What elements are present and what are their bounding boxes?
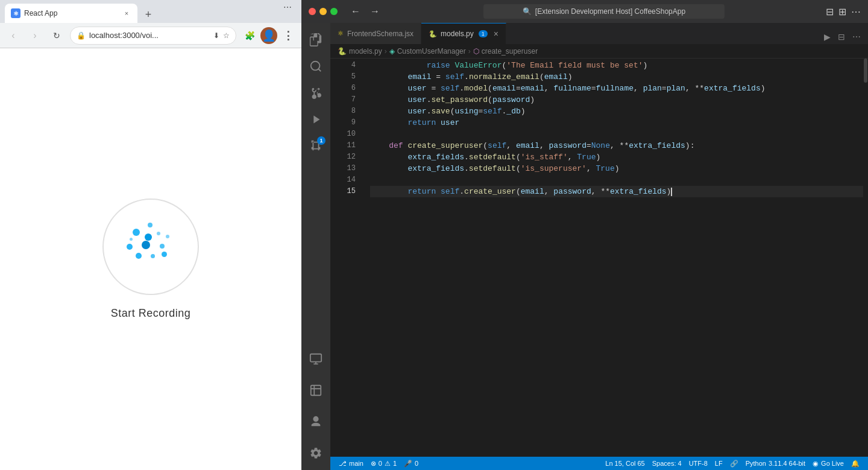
editor-more-actions[interactable]: ⋯	[850, 30, 863, 44]
bookmark-icon[interactable]: ☆	[223, 31, 230, 40]
mic-count: 0	[415, 460, 418, 467]
split-editor-button[interactable]: ⊟	[835, 30, 848, 44]
breadcrumb-class[interactable]: ◈ CustomUserManager	[389, 47, 466, 56]
tab-title: React App	[24, 9, 118, 17]
browser-window: ⚛ React App × + ⋯ ‹ › ↻ 🔒 localhost:3000…	[0, 0, 301, 470]
close-window-button[interactable]	[309, 8, 316, 15]
split-editor-icon[interactable]: ⊟	[826, 6, 834, 17]
activity-run-debug[interactable]	[304, 107, 328, 132]
code-line-15: return self.create_user(email, password,…	[370, 186, 868, 197]
activity-account[interactable]	[304, 410, 328, 434]
tab-models-py[interactable]: 🐍 models.py 1 ×	[421, 23, 506, 44]
forward-button[interactable]: ›	[27, 27, 43, 44]
code-content: raise ValueError('The Email field must b…	[360, 59, 868, 457]
tab-frontend-schema-label: FrontendSchema.jsx	[347, 30, 414, 38]
bell-icon: 🔔	[851, 460, 860, 468]
back-button[interactable]: ‹	[5, 27, 22, 44]
status-bell[interactable]: 🔔	[848, 457, 863, 470]
ln-11: 11	[330, 140, 356, 151]
browser-menu-dots[interactable]: ⋮	[280, 27, 297, 44]
toolbar-icons: 🧩 👤 ⋮	[241, 27, 297, 44]
breadcrumb-sep-1: ›	[385, 47, 387, 56]
activity-extensions[interactable]: 1	[304, 134, 328, 158]
minimize-window-button[interactable]	[319, 8, 327, 15]
browser-menu-icon[interactable]: ⋯	[283, 2, 292, 12]
ln-9: 9	[330, 117, 356, 129]
tab-frontend-schema[interactable]: ⚛ FrontendSchema.jsx	[330, 23, 421, 44]
editor-area: ⚛ FrontendSchema.jsx 🐍 models.py 1 × ▶ ⊟…	[330, 23, 868, 470]
breadcrumb-class-icon: ◈	[389, 47, 395, 56]
status-mic[interactable]: 🎤 0	[400, 457, 422, 470]
spaces-text: Spaces: 4	[652, 460, 682, 467]
status-go-live[interactable]: ◉ Go Live	[809, 457, 848, 470]
more-actions-icon[interactable]: ⋯	[851, 6, 861, 17]
activity-remote[interactable]	[304, 347, 328, 371]
status-branch[interactable]: ⎇ main	[335, 457, 367, 470]
breadcrumb-fn[interactable]: ⬡ create_superuser	[473, 47, 538, 56]
ln-4: 4	[330, 60, 356, 71]
status-position[interactable]: Ln 15, Col 65	[602, 457, 648, 470]
breadcrumb-fn-label: create_superuser	[482, 47, 538, 56]
refresh-button[interactable]: ↻	[48, 27, 65, 44]
version-text: 3.11.4 64-bit	[769, 460, 805, 467]
titlebar-back-button[interactable]: ←	[348, 5, 363, 18]
status-spaces[interactable]: Spaces: 4	[649, 457, 685, 470]
dot-1	[148, 223, 153, 227]
line-numbers: 4 5 6 7 8 9 10 11 12 13 14 15	[330, 59, 360, 457]
extensions-badge: 1	[317, 136, 326, 145]
tab-bar: ⚛ React App × + ⋯	[0, 0, 301, 23]
breadcrumb-file[interactable]: 🐍 models.py	[338, 47, 382, 56]
dot-7	[166, 235, 169, 238]
editor-tabs: ⚛ FrontendSchema.jsx 🐍 models.py 1 × ▶ ⊟…	[330, 23, 868, 44]
status-link-icon[interactable]: 🔗	[726, 457, 742, 470]
breadcrumb-sep-2: ›	[468, 47, 471, 56]
activity-search[interactable]	[304, 54, 328, 78]
tab-close-models[interactable]: ×	[494, 29, 498, 39]
svg-line-1	[318, 69, 321, 71]
activity-source-control[interactable]	[304, 81, 328, 105]
breadcrumb: 🐍 models.py › ◈ CustomUserManager › ⬡ cr…	[330, 44, 868, 59]
titlebar-forward-button[interactable]: →	[368, 5, 382, 18]
browser-tab-react[interactable]: ⚛ React App ×	[5, 4, 137, 23]
code-line-9: return user	[370, 117, 868, 129]
download-icon[interactable]: ⬇	[213, 31, 219, 40]
dot-8	[136, 253, 142, 259]
activity-settings[interactable]	[304, 441, 328, 465]
tab-py-icon: 🐍	[429, 30, 437, 38]
new-tab-button[interactable]: +	[140, 6, 157, 23]
status-line-ending[interactable]: LF	[711, 457, 726, 470]
maximize-window-button[interactable]	[330, 8, 338, 15]
ln-6: 6	[330, 83, 356, 94]
ln-12: 12	[330, 151, 356, 163]
code-editor[interactable]: 4 5 6 7 8 9 10 11 12 13 14 15	[330, 59, 868, 457]
address-bar[interactable]: 🔒 localhost:3000/voi... ⬇ ☆	[70, 27, 236, 45]
status-language[interactable]: Python 3.11.4 64-bit	[742, 457, 809, 470]
ln-13: 13	[330, 163, 356, 174]
titlebar-search-text: [Extension Development Host] CoffeeShopA…	[535, 7, 685, 16]
scrollbar-track[interactable]	[863, 59, 868, 457]
mic-icon: 🎤	[404, 460, 412, 468]
dot-11	[130, 238, 133, 241]
layout-icon[interactable]: ⊞	[838, 6, 846, 17]
tab-close-button[interactable]: ×	[122, 8, 131, 18]
profile-avatar[interactable]: 👤	[260, 27, 277, 44]
line-ending-text: LF	[715, 460, 723, 467]
activity-explorer[interactable]	[304, 28, 328, 52]
dot-3	[157, 232, 160, 235]
tab-favicon: ⚛	[11, 8, 20, 18]
recording-label[interactable]: Start Recording	[111, 307, 191, 320]
tab-models-label: models.py	[441, 30, 474, 38]
vscode-titlebar: ← → 🔍 [Extension Development Host] Coffe…	[301, 0, 868, 23]
vscode-window: ← → 🔍 [Extension Development Host] Coffe…	[301, 0, 868, 470]
titlebar-search[interactable]: 🔍 [Extension Development Host] CoffeeSho…	[483, 4, 725, 19]
extensions-icon[interactable]: 🧩	[241, 27, 258, 44]
ln-14: 14	[330, 174, 356, 186]
breadcrumb-file-label: models.py	[349, 47, 382, 56]
run-button[interactable]: ▶	[822, 30, 833, 44]
status-errors[interactable]: ⊗ 0 ⚠ 1	[367, 457, 400, 470]
dot-4	[127, 244, 133, 250]
status-encoding[interactable]: UTF-8	[685, 457, 711, 470]
activity-test[interactable]	[304, 378, 328, 402]
ln-10: 10	[330, 129, 356, 140]
scrollbar-thumb[interactable]	[864, 59, 867, 83]
